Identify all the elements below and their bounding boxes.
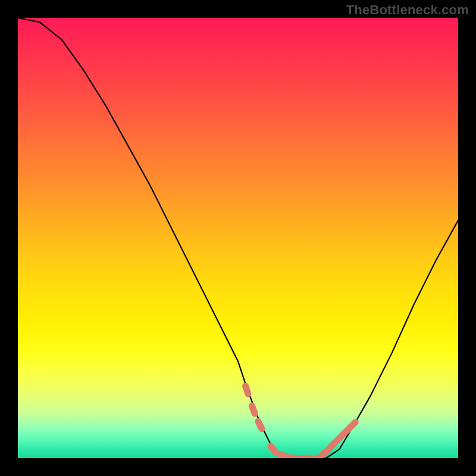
watermark-label: TheBottleneck.com [346,2,469,18]
main-curve [18,18,458,458]
highlight-dot [271,446,276,453]
plot-area [18,18,458,458]
highlight-dot [314,457,321,458]
highlight-dot [291,458,299,458]
chart-frame: TheBottleneck.com [0,0,476,476]
curve-layer [18,18,458,458]
highlight-dot [280,455,288,458]
highlight-dot [350,422,356,428]
highlight-dot [258,421,262,429]
highlight-dots-group [246,386,356,458]
highlight-dot [252,406,255,414]
highlight-dot [246,386,248,394]
